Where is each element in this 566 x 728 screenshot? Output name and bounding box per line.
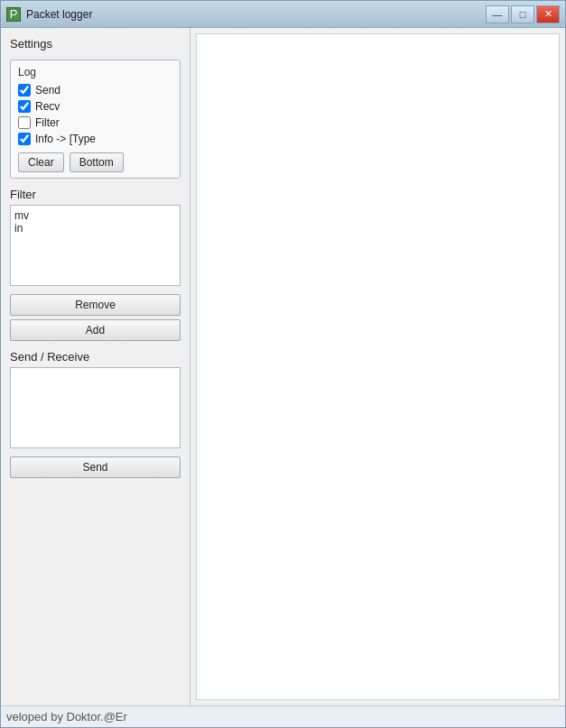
info-checkbox-row: Info -> [Type: [18, 133, 172, 145]
title-bar: P Packet logger — □ ✕: [1, 1, 565, 28]
footer-text: veloped by Doktor.@Er: [6, 710, 127, 723]
bottom-button[interactable]: Bottom: [70, 152, 124, 172]
send-receive-section: Send / Receive Send: [10, 350, 181, 478]
recv-checkbox-row: Recv: [18, 100, 172, 113]
filter-section-label: Filter: [10, 188, 181, 201]
filter-buttons: Remove: [10, 294, 181, 316]
maximize-button[interactable]: □: [511, 5, 534, 23]
add-button[interactable]: Add: [10, 319, 181, 341]
send-receive-textarea[interactable]: [10, 367, 181, 448]
log-group: Log Send Recv Filter Info -> [Type: [10, 60, 181, 179]
title-bar-buttons: — □ ✕: [486, 5, 560, 23]
send-button-container: Send: [10, 456, 181, 478]
log-output-panel: [196, 33, 560, 700]
recv-label: Recv: [35, 100, 60, 113]
filter-section: Filter mv in Remove Add: [10, 188, 181, 341]
send-checkbox[interactable]: [18, 84, 31, 97]
footer: veloped by Doktor.@Er: [1, 705, 565, 727]
send-checkbox-row: Send: [18, 84, 172, 97]
window-title: Packet logger: [26, 8, 486, 21]
settings-label: Settings: [10, 37, 181, 51]
send-label: Send: [35, 84, 60, 97]
filter-label: Filter: [35, 116, 60, 129]
filter-checkbox[interactable]: [18, 116, 31, 129]
left-panel: Settings Log Send Recv Filter: [1, 28, 190, 705]
info-checkbox[interactable]: [18, 133, 31, 145]
recv-checkbox[interactable]: [18, 100, 31, 113]
send-button[interactable]: Send: [10, 456, 181, 478]
remove-button[interactable]: Remove: [10, 294, 181, 316]
send-receive-label: Send / Receive: [10, 350, 181, 364]
main-window: P Packet logger — □ ✕ Settings Log Send: [0, 0, 566, 728]
window-icon: P: [6, 7, 21, 22]
filter-checkbox-row: Filter: [18, 116, 172, 129]
add-button-container: Add: [10, 319, 181, 341]
log-button-row: Clear Bottom: [18, 152, 172, 172]
minimize-button[interactable]: —: [486, 5, 509, 23]
log-group-title: Log: [18, 66, 172, 78]
info-label: Info -> [Type: [35, 133, 96, 145]
close-button[interactable]: ✕: [536, 5, 560, 23]
content-area: Settings Log Send Recv Filter: [1, 28, 565, 705]
clear-button[interactable]: Clear: [18, 152, 64, 172]
filter-textarea[interactable]: mv in: [10, 205, 181, 286]
